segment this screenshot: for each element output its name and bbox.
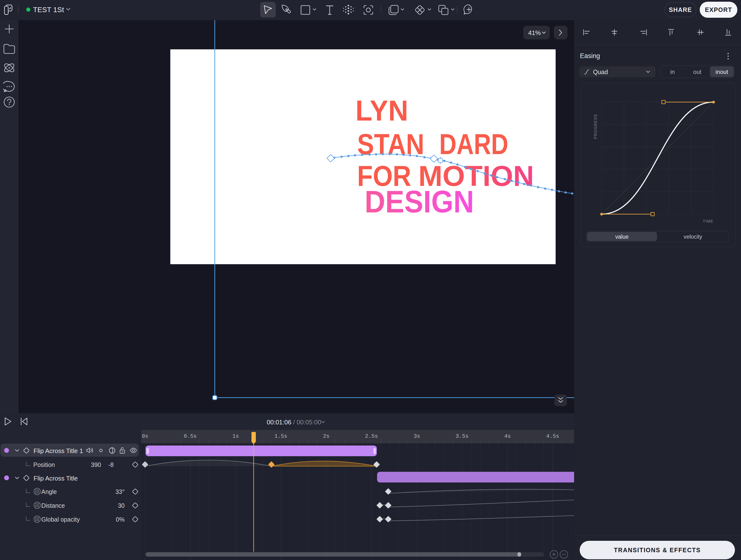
svg-text:PROGRESS: PROGRESS (594, 114, 598, 139)
svg-text:TIME: TIME (703, 219, 714, 224)
